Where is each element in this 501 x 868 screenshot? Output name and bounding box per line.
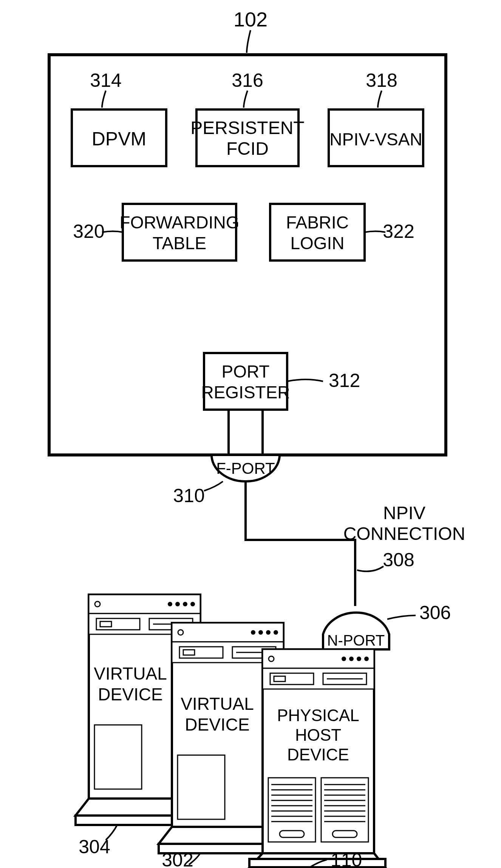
physical-host-device: PHYSICAL HOST DEVICE — [249, 649, 385, 868]
vdev1-label-1: VIRTUAL — [94, 664, 167, 683]
npiv-vsan-label: NPIV-VSAN — [329, 130, 422, 149]
svg-point-4 — [168, 602, 172, 606]
svg-rect-11 — [100, 621, 111, 627]
svg-rect-28 — [178, 755, 225, 819]
nport-label: N-PORT — [327, 632, 385, 649]
fab-label-1: FABRIC — [286, 213, 349, 232]
fab-label-2: LOGIN — [290, 233, 344, 253]
npiv-conn-label-2: CONNECTION — [343, 524, 465, 544]
fport-label: F-PORT — [216, 459, 275, 477]
fwd-label-2: TABLE — [153, 233, 206, 253]
ref-pfcid: 316 — [232, 70, 263, 91]
ref-fab: 322 — [383, 221, 414, 242]
pfcid-label-1: PERSISTENT — [190, 118, 304, 138]
vdev2-label-1: VIRTUAL — [181, 694, 254, 714]
ref-npiv-vsan: 318 — [366, 70, 397, 91]
ref-nport: 306 — [419, 602, 451, 623]
vdev1-label-2: DEVICE — [98, 685, 162, 704]
ref-switch: 102 — [233, 8, 268, 31]
svg-point-33 — [349, 657, 354, 661]
ref-fwd: 320 — [73, 221, 104, 242]
preg-label-2: REGISTER — [201, 382, 290, 402]
svg-point-36 — [269, 656, 274, 661]
svg-rect-42 — [268, 778, 315, 842]
svg-point-18 — [251, 630, 255, 635]
svg-point-32 — [342, 657, 346, 661]
phys-label-1: PHYSICAL — [277, 706, 359, 725]
svg-point-6 — [183, 602, 187, 606]
preg-label-1: PORT — [222, 362, 270, 381]
phys-label-2: HOST — [295, 726, 341, 744]
svg-point-20 — [266, 630, 271, 635]
ref-dpvm: 314 — [90, 70, 121, 91]
svg-rect-39 — [274, 676, 285, 681]
phys-label-3: DEVICE — [287, 745, 349, 764]
fwd-label-1: FORWARDING — [120, 213, 240, 232]
svg-rect-25 — [183, 650, 195, 655]
svg-point-21 — [274, 630, 278, 635]
svg-point-19 — [258, 630, 263, 635]
ref-preg: 312 — [329, 370, 360, 391]
vdev2-label-2: DEVICE — [185, 715, 249, 734]
pfcid-label-2: FCID — [226, 139, 269, 159]
svg-point-22 — [178, 630, 183, 635]
ref-phys: 110 — [331, 849, 362, 868]
svg-rect-14 — [94, 725, 142, 789]
ref-vdev2: 302 — [162, 849, 193, 868]
dpvm-label: DPVM — [92, 128, 146, 150]
npiv-conn-label-1: NPIV — [383, 503, 425, 523]
svg-rect-43 — [321, 778, 368, 842]
svg-point-7 — [190, 602, 195, 606]
svg-point-8 — [95, 601, 100, 607]
svg-point-35 — [364, 657, 369, 661]
ref-npiv-conn: 308 — [383, 549, 414, 570]
svg-point-5 — [175, 602, 180, 606]
ref-fport: 310 — [173, 485, 204, 506]
svg-point-34 — [357, 657, 361, 661]
